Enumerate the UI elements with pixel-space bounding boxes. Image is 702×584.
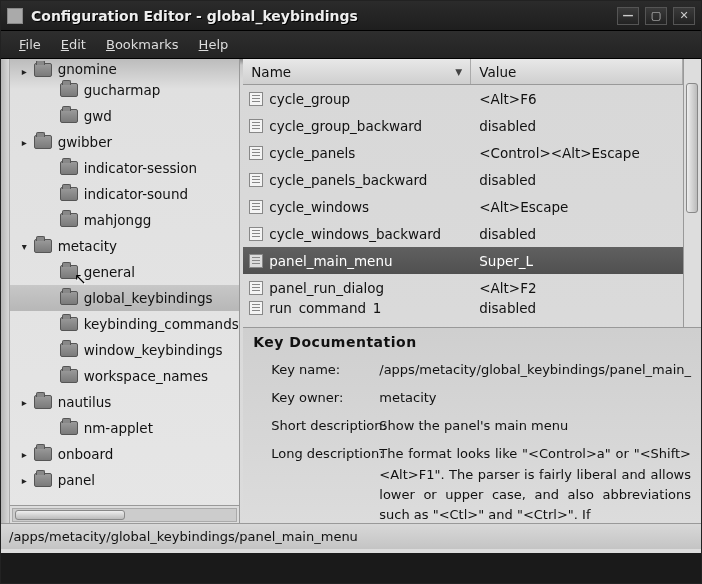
key-value: <Control><Alt>Escape xyxy=(471,145,683,161)
tree-item-label: indicator-session xyxy=(84,160,197,176)
doc-title: Key Documentation xyxy=(253,334,691,350)
key-icon xyxy=(249,146,263,160)
menu-file[interactable]: File xyxy=(11,33,49,56)
tree-item-label: keybinding_commands xyxy=(84,316,239,332)
sort-indicator-icon: ▼ xyxy=(455,67,462,77)
table-row[interactable]: cycle_windows<Alt>Escape xyxy=(243,193,683,220)
tree-item-label: gucharmap xyxy=(84,82,161,98)
menu-edit[interactable]: Edit xyxy=(53,33,94,56)
tree-item-gwibber[interactable]: ▸gwibber xyxy=(10,129,239,155)
doc-long: The format looks like "<Control>a" or "<… xyxy=(379,444,691,523)
statusbar: /apps/metacity/global_keybindings/panel_… xyxy=(1,523,701,549)
tree-item-metacity[interactable]: ▾metacity xyxy=(10,233,239,259)
menu-bookmarks[interactable]: Bookmarks xyxy=(98,33,187,56)
tree-item-label: nautilus xyxy=(58,394,112,410)
doc-key-name-label: Key name: xyxy=(253,360,379,380)
key-name: cycle_panels_backward xyxy=(269,172,427,188)
tree-item-nautilus[interactable]: ▸nautilus xyxy=(10,389,239,415)
folder-icon xyxy=(34,63,52,77)
grid-vscrollbar[interactable] xyxy=(683,59,701,327)
key-value: disabled xyxy=(471,172,683,188)
key-icon xyxy=(249,119,263,133)
maximize-button[interactable]: ▢ xyxy=(645,7,667,25)
column-value[interactable]: Value xyxy=(471,59,683,84)
tree-item-mahjongg[interactable]: mahjongg xyxy=(10,207,239,233)
tree-item-label: gwd xyxy=(84,108,112,124)
key-value: disabled xyxy=(471,226,683,242)
tree-item-workspace_names[interactable]: workspace_names xyxy=(10,363,239,389)
tree-item-keybinding_commands[interactable]: keybinding_commands xyxy=(10,311,239,337)
tree-item-indicator-sound[interactable]: indicator-sound xyxy=(10,181,239,207)
chevron-right-icon[interactable]: ▸ xyxy=(22,137,32,148)
menu-help[interactable]: Help xyxy=(191,33,237,56)
folder-icon xyxy=(34,473,52,487)
tree-item-gnomine[interactable]: ▸gnomine xyxy=(10,61,239,77)
table-row[interactable]: panel_main_menuSuper_L xyxy=(243,247,683,274)
key-icon xyxy=(249,200,263,214)
folder-icon xyxy=(60,343,78,357)
table-row[interactable]: cycle_panels<Control><Alt>Escape xyxy=(243,139,683,166)
tree-item-panel[interactable]: ▸panel xyxy=(10,467,239,493)
folder-icon xyxy=(60,187,78,201)
doc-key-owner: metacity xyxy=(379,388,691,408)
key-name: cycle_windows xyxy=(269,199,369,215)
key-value: Super_L xyxy=(471,253,683,269)
key-icon xyxy=(249,301,263,315)
key-name: cycle_group_backward xyxy=(269,118,422,134)
table-row[interactable]: run_command_1disabled xyxy=(243,301,683,315)
close-button[interactable]: ✕ xyxy=(673,7,695,25)
table-row[interactable]: cycle_group_backwarddisabled xyxy=(243,112,683,139)
chevron-down-icon[interactable]: ▾ xyxy=(22,241,32,252)
chevron-right-icon[interactable]: ▸ xyxy=(22,449,32,460)
tree-item-label: gwibber xyxy=(58,134,112,150)
table-row[interactable]: cycle_panels_backwarddisabled xyxy=(243,166,683,193)
column-name[interactable]: Name ▼ xyxy=(243,59,471,84)
titlebar[interactable]: Configuration Editor - global_keybinding… xyxy=(1,1,701,31)
tree-item-label: gnomine xyxy=(58,61,117,77)
tree-item-indicator-session[interactable]: indicator-session xyxy=(10,155,239,181)
documentation-pane: Key Documentation Key name: /apps/metaci… xyxy=(243,327,701,523)
folder-icon xyxy=(60,213,78,227)
key-name: cycle_windows_backward xyxy=(269,226,441,242)
chevron-right-icon[interactable]: ▸ xyxy=(22,475,32,486)
tree-item-window_keybindings[interactable]: window_keybindings xyxy=(10,337,239,363)
key-value: <Alt>F6 xyxy=(471,91,683,107)
key-icon xyxy=(249,92,263,106)
folder-icon xyxy=(34,447,52,461)
table-row[interactable]: cycle_group<Alt>F6 xyxy=(243,85,683,112)
tree-item-gwd[interactable]: gwd xyxy=(10,103,239,129)
chevron-right-icon[interactable]: ▸ xyxy=(22,66,32,77)
minimize-button[interactable]: — xyxy=(617,7,639,25)
left-gutter xyxy=(1,59,10,523)
tree-item-label: metacity xyxy=(58,238,117,254)
key-value: disabled xyxy=(471,118,683,134)
tree-item-label: general xyxy=(84,264,135,280)
folder-icon xyxy=(60,109,78,123)
tree-item-general[interactable]: general xyxy=(10,259,239,285)
tree-item-label: onboard xyxy=(58,446,114,462)
folder-icon xyxy=(60,161,78,175)
tree-hscrollbar[interactable] xyxy=(10,505,239,523)
tree-view[interactable]: ▸gnominegucharmapgwd▸gwibberindicator-se… xyxy=(10,59,239,505)
app-icon xyxy=(7,8,23,24)
table-row[interactable]: cycle_windows_backwarddisabled xyxy=(243,220,683,247)
tree-item-nm-applet[interactable]: nm-applet xyxy=(10,415,239,441)
doc-short-label: Short description: xyxy=(253,416,379,436)
table-row[interactable]: panel_run_dialog<Alt>F2 xyxy=(243,274,683,301)
chevron-right-icon[interactable]: ▸ xyxy=(22,397,32,408)
tree-pane: ▸gnominegucharmapgwd▸gwibberindicator-se… xyxy=(10,59,240,523)
grid-body[interactable]: cycle_group<Alt>F6cycle_group_backwarddi… xyxy=(243,85,683,327)
key-icon xyxy=(249,173,263,187)
tree-item-label: global_keybindings xyxy=(84,290,213,306)
key-value: <Alt>F2 xyxy=(471,280,683,296)
tree-item-global_keybindings[interactable]: global_keybindings xyxy=(10,285,239,311)
tree-item-gucharmap[interactable]: gucharmap xyxy=(10,77,239,103)
folder-icon xyxy=(60,317,78,331)
key-icon xyxy=(249,254,263,268)
folder-icon xyxy=(60,291,78,305)
tree-item-onboard[interactable]: ▸onboard xyxy=(10,441,239,467)
doc-key-name: /apps/metacity/global_keybindings/panel_… xyxy=(379,360,691,380)
key-name: panel_main_menu xyxy=(269,253,392,269)
key-name: panel_run_dialog xyxy=(269,280,384,296)
key-icon xyxy=(249,227,263,241)
